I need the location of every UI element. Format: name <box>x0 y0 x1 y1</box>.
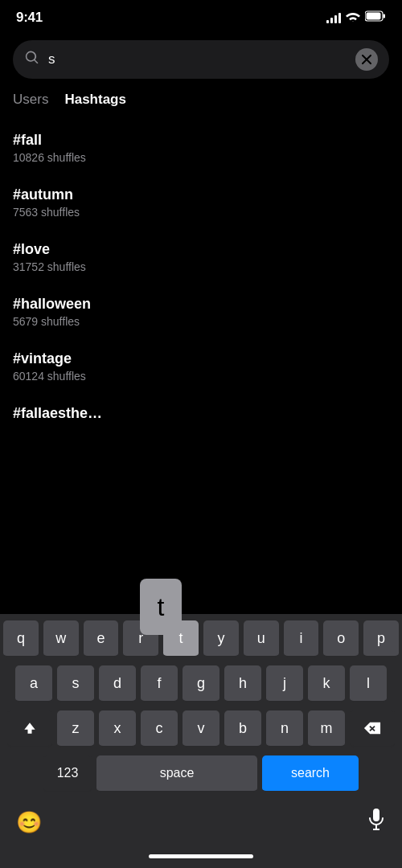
keyboard-rows: q w e r t y u i o p a s d f g h j k <box>0 614 402 804</box>
key-g[interactable]: g <box>183 665 219 702</box>
wifi-icon <box>346 10 360 25</box>
hashtag-count: 10826 shuffles <box>13 151 389 164</box>
search-container: s <box>0 32 402 87</box>
delete-key[interactable] <box>350 710 395 747</box>
hashtag-name: #autumn <box>13 186 389 203</box>
tab-hashtags[interactable]: Hashtags <box>64 92 126 109</box>
status-bar: 9:41 <box>0 0 402 32</box>
shift-key[interactable] <box>7 710 52 747</box>
tab-users[interactable]: Users <box>13 92 48 109</box>
hashtag-name: #fall <box>13 132 389 149</box>
key-n[interactable]: n <box>266 710 303 747</box>
hashtag-count: 5679 shuffles <box>13 315 389 328</box>
list-item[interactable]: #autumn 7563 shuffles <box>13 175 389 230</box>
search-key[interactable]: search <box>262 755 359 792</box>
svg-rect-2 <box>367 13 381 20</box>
key-y[interactable]: y <box>203 620 239 657</box>
hashtag-name: #fallaesthe… <box>13 405 389 422</box>
key-v[interactable]: v <box>183 710 219 747</box>
list-item[interactable]: #fall 10826 shuffles <box>13 121 389 175</box>
search-icon <box>24 50 40 70</box>
search-bar: s <box>13 40 389 79</box>
svg-rect-3 <box>373 809 379 821</box>
keyboard-row-1: q w e r t y u i o p <box>3 620 399 657</box>
key-l[interactable]: l <box>350 665 387 702</box>
keyboard-row-3: z x c v b n m <box>3 710 399 747</box>
tabs-row: Users Hashtags <box>0 87 402 121</box>
list-item[interactable]: #love 31752 shuffles <box>13 230 389 285</box>
home-indicator-area <box>0 844 402 868</box>
keyboard-row-bottom: 123 space search <box>3 755 399 792</box>
signal-icon <box>326 12 341 23</box>
key-u[interactable]: u <box>244 620 279 657</box>
battery-icon <box>365 10 386 25</box>
emoji-button[interactable]: 😊 <box>16 810 42 835</box>
hashtag-name: #vintage <box>13 350 389 367</box>
key-q[interactable]: q <box>3 620 39 657</box>
hashtag-name: #halloween <box>13 296 389 313</box>
keyboard-bottom-bar: 😊 <box>0 804 402 844</box>
key-e[interactable]: e <box>84 620 119 657</box>
key-a[interactable]: a <box>15 665 52 702</box>
list-item[interactable]: #halloween 5679 shuffles <box>13 285 389 339</box>
search-clear-button[interactable] <box>355 48 378 71</box>
status-icons <box>326 10 386 25</box>
hashtag-count: 60124 shuffles <box>13 370 389 383</box>
keyboard-row-2: a s d f g h j k l <box>3 665 399 702</box>
key-i[interactable]: i <box>284 620 319 657</box>
mic-button[interactable] <box>367 809 386 836</box>
key-s[interactable]: s <box>57 665 94 702</box>
hashtag-count: 7563 shuffles <box>13 206 389 219</box>
home-indicator <box>149 854 253 858</box>
key-m[interactable]: m <box>308 710 345 747</box>
space-key[interactable]: space <box>96 755 257 792</box>
hashtag-name: #love <box>13 241 389 258</box>
search-input[interactable]: s <box>48 51 347 68</box>
key-w[interactable]: w <box>43 620 79 657</box>
key-d[interactable]: d <box>99 665 136 702</box>
key-k[interactable]: k <box>308 665 345 702</box>
svg-rect-1 <box>384 14 386 18</box>
key-z[interactable]: z <box>57 710 94 747</box>
key-p[interactable]: p <box>363 620 399 657</box>
keyboard: t q w e r t y u i o p a s d f g <box>0 614 402 868</box>
hashtag-list: #fall 10826 shuffles #autumn 7563 shuffl… <box>0 121 402 436</box>
key-j[interactable]: j <box>266 665 303 702</box>
key-h[interactable]: h <box>224 665 261 702</box>
key-f[interactable]: f <box>141 665 178 702</box>
hashtag-count: 31752 shuffles <box>13 260 389 273</box>
key-o[interactable]: o <box>323 620 359 657</box>
status-time: 9:41 <box>16 10 43 26</box>
key-popup-t: t <box>140 579 182 635</box>
key-b[interactable]: b <box>224 710 261 747</box>
list-item[interactable]: #fallaesthe… <box>13 394 389 436</box>
key-x[interactable]: x <box>99 710 136 747</box>
numbers-key[interactable]: 123 <box>43 755 92 792</box>
key-c[interactable]: c <box>141 710 178 747</box>
list-item[interactable]: #vintage 60124 shuffles <box>13 339 389 394</box>
